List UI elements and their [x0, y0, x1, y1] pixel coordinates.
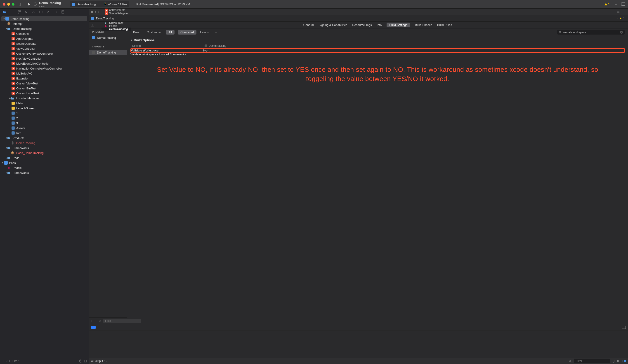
run-button[interactable] [28, 3, 31, 6]
test-navigator-icon[interactable] [39, 10, 43, 13]
tree-item[interactable]: ▼DemoTracking [0, 26, 89, 31]
settings-tab[interactable]: Signing & Capabilities [319, 23, 347, 27]
symbol-navigator-icon[interactable] [18, 10, 21, 13]
trash-button[interactable] [612, 360, 615, 363]
outline-target-item[interactable]: DemoTracking [89, 50, 127, 55]
source-control-navigator-icon[interactable] [10, 10, 13, 13]
setting-value[interactable] [203, 53, 625, 56]
console-filter-input[interactable] [574, 359, 610, 363]
tree-item[interactable]: ◢MySwipeVC [0, 71, 89, 76]
debug-navigator-icon[interactable] [47, 10, 50, 13]
tree-item[interactable]: ◢AppDelegate [0, 36, 89, 41]
disclosure-icon[interactable]: ▼ [1, 162, 4, 164]
segment-option[interactable]: Combined [178, 30, 196, 35]
segment-option[interactable]: Basic [130, 30, 143, 35]
recent-icon[interactable] [79, 360, 82, 363]
filter-input[interactable] [12, 359, 77, 363]
console-area[interactable] [89, 331, 628, 358]
activity-status[interactable]: Build Succeeded | 03/12/2021 at 12:23 PM… [136, 2, 610, 6]
tree-item[interactable]: ▶Frameworks [0, 170, 89, 175]
tree-item[interactable]: LaunchScreen [0, 106, 89, 111]
tree-item[interactable]: ▼Frameworks [0, 145, 89, 150]
settings-tab[interactable]: Info [377, 23, 382, 27]
prev-issue-button[interactable]: 〈 [616, 16, 619, 20]
tree-item[interactable]: ◢CustomEventViewController [0, 51, 89, 56]
next-issue-button[interactable]: 〉 [623, 16, 626, 20]
tab-back-button[interactable] [95, 11, 96, 13]
tree-item[interactable]: 1 [0, 111, 89, 116]
outline-toggle-icon[interactable] [91, 24, 94, 26]
clear-search-button[interactable] [620, 31, 623, 34]
segment-option[interactable]: All [166, 30, 174, 35]
add-setting-button[interactable] [215, 31, 217, 34]
output-selector[interactable]: All Output ⌃⌄ [91, 360, 107, 363]
tree-root-pods[interactable]: ▼ Pods [0, 160, 89, 165]
file-tree[interactable]: ▼ DemoTracking 📦Intempt▼DemoTracking◢Con… [0, 15, 89, 358]
segment-option[interactable]: Customized [144, 30, 165, 35]
tree-item[interactable]: ◢ViewController [0, 46, 89, 51]
tree-item[interactable]: DemoTracking [0, 140, 89, 145]
settings-search[interactable] [557, 30, 625, 35]
scheme-selector[interactable]: DemoTracking 〉 📱 iPhone 11 Pro [70, 1, 129, 7]
branch-info[interactable]: DemoTracking main [34, 1, 61, 7]
tree-item[interactable]: ▼Products [0, 135, 89, 140]
breakpoint-navigator-icon[interactable] [54, 11, 57, 13]
tree-item[interactable]: ▶Pods [0, 155, 89, 160]
tree-item[interactable]: ◢CustomViewTest [0, 81, 89, 86]
tree-item[interactable]: Info [0, 130, 89, 135]
settings-tab[interactable]: Build Rules [437, 23, 452, 27]
editor-tab[interactable]: ◢nptConstants [101, 8, 131, 12]
editor-tab[interactable]: ◢SceneDelegate [101, 12, 131, 15]
scm-icon[interactable] [84, 360, 87, 363]
add-file-button[interactable] [2, 360, 4, 363]
segment-option[interactable]: Levels [197, 30, 211, 35]
tree-item[interactable]: ◆Podfile [0, 165, 89, 170]
warning-indicator-icon[interactable]: ▲ [620, 16, 622, 20]
disclosure-icon[interactable]: ▼ [3, 18, 5, 20]
setting-value[interactable]: No⌃⌄ [203, 49, 624, 52]
adjust-icon[interactable] [623, 11, 626, 13]
tree-item[interactable]: ◢MoreEventViewController [0, 61, 89, 66]
right-pane-button[interactable] [623, 360, 626, 362]
remove-target-button[interactable] [95, 320, 97, 322]
toggle-navigator-button[interactable] [19, 3, 23, 6]
project-navigator-icon[interactable] [3, 10, 6, 13]
tree-item[interactable]: 3 [0, 121, 89, 125]
add-target-button[interactable] [91, 320, 93, 322]
settings-tab[interactable]: Build Settings [387, 23, 410, 27]
tree-root-project[interactable]: ▼ DemoTracking [1, 16, 87, 21]
setting-row[interactable]: Validate WorkspaceNo⌃⌄ [130, 48, 625, 53]
build-options-header[interactable]: ▼ Build Options [130, 38, 625, 42]
issue-navigator-icon[interactable] [32, 10, 35, 13]
tree-item[interactable]: Assets [0, 125, 89, 130]
filter-scope-button[interactable] [6, 360, 10, 362]
tab-grid-icon[interactable] [91, 11, 93, 13]
close-window-button[interactable] [3, 3, 5, 6]
outline-project-item[interactable]: DemoTracking [89, 35, 127, 40]
find-navigator-icon[interactable] [25, 10, 28, 13]
compare-icon[interactable] [616, 11, 620, 13]
minimize-window-button[interactable] [7, 3, 10, 6]
tree-item[interactable]: ▶LocationManager [0, 96, 89, 101]
toggle-console-button[interactable] [622, 326, 626, 329]
tree-item[interactable]: ◢Extension [0, 76, 89, 81]
tree-item[interactable]: 2 [0, 116, 89, 121]
settings-tab[interactable]: Resource Tags [352, 23, 372, 27]
left-pane-button[interactable] [617, 360, 620, 362]
warning-badge[interactable]: 1 [604, 2, 610, 6]
breadcrumb-project[interactable]: DemoTracking [96, 17, 114, 20]
tree-item[interactable]: ◢CustomLabelTest [0, 91, 89, 96]
breakpoint-toggle[interactable] [91, 326, 96, 329]
report-navigator-icon[interactable] [62, 10, 64, 13]
maximize-window-button[interactable] [12, 3, 14, 6]
settings-tab[interactable]: General [303, 23, 314, 27]
library-button[interactable] [621, 2, 625, 6]
tree-item[interactable]: 📦Pods_DemoTracking [0, 150, 89, 155]
tree-item[interactable]: Main [0, 101, 89, 106]
add-button[interactable] [614, 2, 618, 6]
disclosure-icon[interactable]: ▼ [130, 39, 133, 41]
settings-search-input[interactable] [563, 31, 619, 34]
tab-forward-button[interactable] [98, 11, 100, 13]
settings-body[interactable]: ▼ Build Options Setting DemoTracking Val… [127, 36, 628, 324]
tree-item[interactable]: 📦Intempt [0, 21, 89, 26]
